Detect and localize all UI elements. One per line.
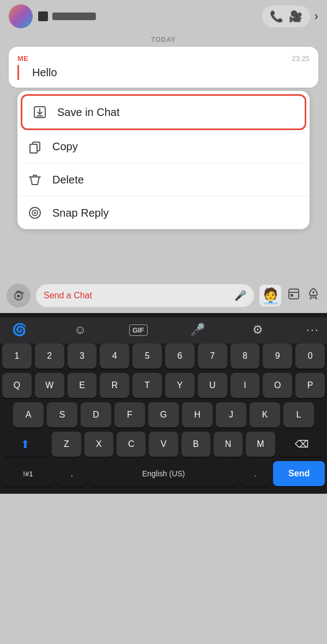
delete-label: Delete <box>52 174 84 186</box>
snap-reply-label: Snap Reply <box>52 207 108 219</box>
delete-icon <box>27 172 43 187</box>
context-item-copy[interactable]: Copy <box>17 130 310 163</box>
red-bar-indicator <box>17 65 19 80</box>
key-4[interactable]: 4 <box>100 344 129 369</box>
key-7[interactable]: 7 <box>198 344 227 369</box>
key-n[interactable]: N <box>214 432 243 457</box>
bottom-row: !#1 , English (US) . Send <box>2 461 325 494</box>
comma-key[interactable]: , <box>57 461 87 486</box>
copy-icon <box>27 139 43 154</box>
emoji-icon[interactable]: ☺ <box>70 321 90 339</box>
chevron-right-icon[interactable]: › <box>314 9 318 23</box>
key-o[interactable]: O <box>263 373 292 398</box>
key-3[interactable]: 3 <box>68 344 97 369</box>
message-header: ME 23:25 <box>17 54 310 63</box>
emoji-sticker-icon[interactable]: 🌀 <box>8 321 31 339</box>
message-text-wrapper: Hello <box>17 65 310 80</box>
call-icon[interactable]: 📞 <box>270 10 283 23</box>
key-w[interactable]: W <box>35 373 64 398</box>
chat-input-bar: Send a Chat 🎤 🧑‍💼 <box>0 278 327 313</box>
key-8[interactable]: 8 <box>231 344 260 369</box>
key-i[interactable]: I <box>231 373 260 398</box>
snap-reply-icon <box>27 205 43 220</box>
svg-point-8 <box>34 212 36 214</box>
gif-button[interactable]: GIF <box>129 324 148 336</box>
name-square <box>38 11 48 21</box>
sticker-button[interactable]: 🧑‍💼 <box>259 285 281 306</box>
svg-rect-13 <box>290 294 293 297</box>
rocket-icon[interactable] <box>306 287 320 304</box>
key-e[interactable]: E <box>68 373 97 398</box>
shift-key[interactable]: ⬆ <box>2 432 49 457</box>
copy-label: Copy <box>52 140 78 153</box>
key-s[interactable]: S <box>47 402 77 427</box>
key-p[interactable]: P <box>295 373 325 398</box>
context-item-delete[interactable]: Delete <box>17 163 310 197</box>
send-key[interactable]: Send <box>273 461 325 486</box>
period-key[interactable]: . <box>240 461 270 486</box>
key-9[interactable]: 9 <box>263 344 292 369</box>
top-bar-left <box>9 4 96 28</box>
svg-rect-11 <box>289 289 299 299</box>
camera-button[interactable] <box>7 284 31 308</box>
chat-input-placeholder: Send a Chat <box>44 291 230 300</box>
name-block <box>38 11 96 21</box>
zxcv-row: ⬆ Z X C V B N M ⌫ <box>2 432 325 457</box>
key-t[interactable]: T <box>132 373 162 398</box>
context-menu: Save in Chat Copy Delete <box>17 91 310 229</box>
key-k[interactable]: K <box>250 402 280 427</box>
context-item-snap-reply[interactable]: Snap Reply <box>17 197 310 229</box>
keyboard: 🌀 ☺ GIF 🎤 ⚙ ··· 1 2 3 4 5 6 7 8 9 0 Q W … <box>0 313 327 494</box>
save-in-chat-icon <box>32 105 47 120</box>
key-f[interactable]: F <box>114 402 145 427</box>
snap-card-icon[interactable] <box>287 287 301 304</box>
key-h[interactable]: H <box>182 402 213 427</box>
backspace-key[interactable]: ⌫ <box>278 432 325 457</box>
number-row: 1 2 3 4 5 6 7 8 9 0 <box>2 344 325 369</box>
key-6[interactable]: 6 <box>165 344 195 369</box>
asdf-row: A S D F G H J K L <box>2 402 325 427</box>
call-video-pill: 📞 🎥 <box>262 5 310 27</box>
qwerty-row: Q W E R T Y U I O P <box>2 373 325 398</box>
svg-point-10 <box>17 295 20 298</box>
key-0[interactable]: 0 <box>295 344 325 369</box>
special-key[interactable]: !#1 <box>2 461 54 486</box>
key-c[interactable]: C <box>117 432 146 457</box>
key-5[interactable]: 5 <box>132 344 162 369</box>
key-b[interactable]: B <box>181 432 210 457</box>
chat-input-wrapper[interactable]: Send a Chat 🎤 <box>36 284 254 307</box>
chat-background-spacer <box>0 229 327 278</box>
key-z[interactable]: Z <box>52 432 81 457</box>
key-j[interactable]: J <box>216 402 246 427</box>
key-g[interactable]: G <box>148 402 179 427</box>
svg-rect-3 <box>30 144 37 153</box>
message-sender: ME <box>17 54 29 63</box>
key-u[interactable]: U <box>198 373 227 398</box>
chat-area: ME 23:25 Hello Save in Chat <box>0 47 327 229</box>
key-l[interactable]: L <box>283 402 314 427</box>
key-m[interactable]: M <box>246 432 275 457</box>
key-2[interactable]: 2 <box>35 344 64 369</box>
key-q[interactable]: Q <box>2 373 32 398</box>
svg-point-14 <box>312 291 314 293</box>
mic-keyboard-icon[interactable]: 🎤 <box>186 321 209 339</box>
key-1[interactable]: 1 <box>2 344 32 369</box>
message-bubble: ME 23:25 Hello <box>9 47 318 88</box>
avatar[interactable] <box>9 4 33 28</box>
key-x[interactable]: X <box>84 432 113 457</box>
video-icon[interactable]: 🎥 <box>289 10 302 23</box>
key-a[interactable]: A <box>13 402 44 427</box>
more-icon[interactable]: ··· <box>306 323 319 337</box>
message-text: Hello <box>26 66 57 79</box>
key-d[interactable]: D <box>81 402 111 427</box>
settings-icon[interactable]: ⚙ <box>248 321 268 339</box>
mic-icon[interactable]: 🎤 <box>234 290 246 302</box>
key-r[interactable]: R <box>100 373 129 398</box>
context-item-save-in-chat[interactable]: Save in Chat <box>21 94 306 130</box>
name-bar <box>52 13 96 20</box>
top-bar: 📞 🎥 › <box>0 0 327 33</box>
key-y[interactable]: Y <box>165 373 195 398</box>
keyboard-toolbar: 🌀 ☺ GIF 🎤 ⚙ ··· <box>0 317 327 344</box>
space-key[interactable]: English (US) <box>90 461 237 486</box>
key-v[interactable]: V <box>149 432 178 457</box>
